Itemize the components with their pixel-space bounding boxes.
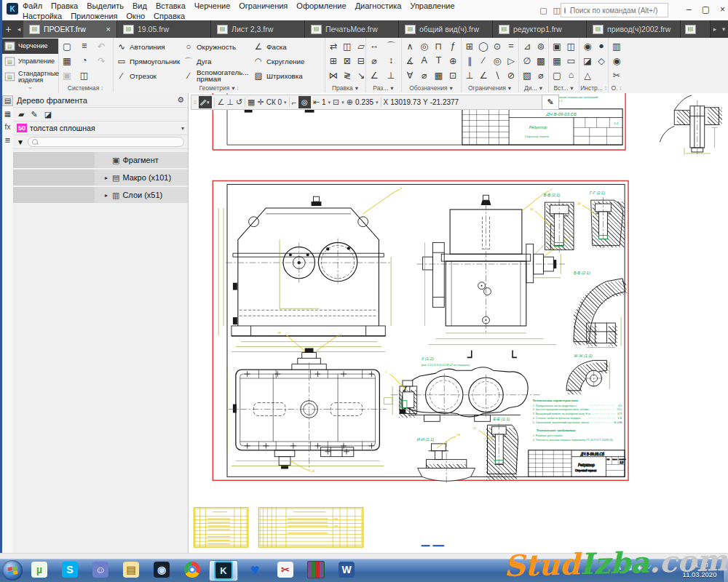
panel-switcher-icon[interactable]: ≣ xyxy=(3,135,12,145)
edit-tool-icon[interactable]: ◫ xyxy=(341,39,354,52)
menu-item[interactable]: Управление xyxy=(405,1,459,11)
o-tool-icon[interactable]: ▥ xyxy=(610,39,623,52)
tree-tool-icon[interactable]: ▰ xyxy=(18,110,24,119)
expand-arrow-icon[interactable]: ▸ xyxy=(105,192,112,199)
document-tab[interactable]: ПечатьМое.frw × xyxy=(305,20,399,38)
geometry-tool[interactable]: ▨ Штриховка xyxy=(253,68,325,83)
dimension-tool-icon[interactable]: ↔ xyxy=(368,39,381,52)
detail-ii[interactable] xyxy=(418,436,475,484)
diagnostic-tool-icon[interactable]: ⌀ xyxy=(534,68,547,81)
taskbar-app-button[interactable]: ✂ xyxy=(272,560,299,580)
geometry-tool[interactable]: ∿ Автолиния xyxy=(116,39,183,54)
tree-item[interactable]: ▣ Фрагмент xyxy=(13,152,188,168)
constraint-tool-icon[interactable]: ⊞ xyxy=(463,39,476,52)
tree-tool-icon[interactable]: ◪ xyxy=(44,110,52,119)
notation-tool-icon[interactable]: ∡ xyxy=(403,54,416,67)
system-tool-icon[interactable]: ◔ xyxy=(78,54,91,67)
diagnostic-tool-icon[interactable]: ▧ xyxy=(521,68,534,81)
taskbar-app-button[interactable]: ▤ xyxy=(302,560,330,580)
notation-tool-icon[interactable]: ⊕ xyxy=(446,54,459,67)
rotate-icon[interactable]: ↺ xyxy=(236,97,242,107)
tree-item[interactable]: ▸ ▥ Слои (x51) xyxy=(13,187,188,203)
system-tool-icon[interactable]: ▣ xyxy=(60,68,74,81)
edit-tool-icon[interactable]: ⇄ xyxy=(327,39,340,52)
taskbar-app-button[interactable]: ♥ xyxy=(241,560,269,580)
gear-icon[interactable]: ⚙ xyxy=(177,95,184,105)
menu-item[interactable]: Файл xyxy=(18,1,47,11)
snap-angle-icon[interactable]: ∠ xyxy=(217,97,224,107)
minimize-button[interactable]: – xyxy=(687,4,692,15)
constraint-tool-icon[interactable]: ∕ xyxy=(477,54,490,67)
diagnostic-tool-icon[interactable]: ⊚ xyxy=(534,39,547,52)
line-style-selector[interactable]: 50 толстая сплошная ▾ xyxy=(13,121,188,135)
geometry-tool[interactable]: ▭ Прямоугольник xyxy=(116,54,183,68)
system-tool-icon[interactable]: ↷ xyxy=(95,54,108,67)
style-picker-button[interactable]: ✎ xyxy=(542,95,559,110)
taskbar-app-button[interactable]: ☺ xyxy=(87,560,114,580)
document-tab[interactable]: ПРОЕКТ.frw × xyxy=(23,20,117,38)
menu-item[interactable]: Приложения xyxy=(66,11,122,21)
restore-button[interactable]: ▢ xyxy=(702,4,710,15)
o-tool-icon[interactable]: ◉ xyxy=(610,54,623,67)
constraint-tool-icon[interactable]: ▷ xyxy=(505,54,518,67)
expand-arrow-icon[interactable]: ▸ xyxy=(105,175,112,181)
mode-collapse-chevron[interactable]: ⌄ xyxy=(2,83,58,90)
dimension-tool-icon[interactable]: ⊥ xyxy=(384,68,397,81)
geometry-tool[interactable]: ⌒ Дуга xyxy=(183,54,253,68)
insert-tool-icon[interactable]: ▣ xyxy=(550,39,563,52)
constraint-tool-icon[interactable]: ∥ xyxy=(463,54,476,67)
system-tool-icon[interactable]: ▢ xyxy=(60,39,74,52)
menu-item[interactable]: Диагностика xyxy=(351,1,406,11)
constraint-tool-icon[interactable]: ∖ xyxy=(491,68,504,81)
geometry-tool[interactable]: ⁄ Вспомогатель... прямая xyxy=(183,68,253,83)
constraint-tool-icon[interactable]: ∠ xyxy=(477,68,490,81)
dimension-tool-icon[interactable]: ⌀ xyxy=(368,54,381,67)
diagnostic-tool-icon[interactable]: ⊿ xyxy=(521,39,534,52)
section-gg[interactable] xyxy=(582,197,623,248)
insert-tool-icon[interactable]: ▢ xyxy=(550,68,563,81)
edit-tool-icon[interactable]: ⊞ xyxy=(327,54,340,67)
view-side[interactable] xyxy=(417,191,568,344)
detail-zh[interactable] xyxy=(566,360,609,390)
main-title-block[interactable]: ДЧ В-09.03.СБ Редуктор Сборочный чертеж … xyxy=(529,450,626,477)
ortho-icon[interactable]: ⌐ xyxy=(292,98,296,107)
section-ee[interactable] xyxy=(479,423,518,477)
drag-handle[interactable]: ⁞⁞ xyxy=(194,100,197,105)
document-tab[interactable]: привод(ч)2002.frw × xyxy=(587,20,681,38)
document-tab[interactable]: общий вид(ч).frw × xyxy=(399,20,493,38)
ribbon-mode[interactable]: Черчение xyxy=(2,39,58,54)
geometry-tool[interactable]: ∕ Отрезок xyxy=(116,68,183,83)
menu-item[interactable]: Вставка xyxy=(151,1,190,11)
line-style-button[interactable]: ∥▾ xyxy=(199,96,213,108)
insert-tool-icon[interactable]: ◫ xyxy=(565,39,578,52)
taskbar-app-button[interactable]: ▤ xyxy=(117,560,145,580)
tools-tool-icon[interactable]: △ xyxy=(581,68,594,81)
system-tool-icon[interactable]: ≡ xyxy=(78,39,91,52)
menu-item[interactable]: Справка xyxy=(149,11,189,21)
constraint-tool-icon[interactable]: ⊘ xyxy=(505,68,518,81)
panel-switcher-icon[interactable]: ▤ xyxy=(3,96,12,105)
menu-item[interactable]: Окно xyxy=(122,11,150,21)
menu-item[interactable]: Черчение xyxy=(190,1,235,11)
tree-item[interactable]: ▸ ▤ Макро (x101) xyxy=(13,170,188,186)
notation-tool-icon[interactable]: A xyxy=(418,54,431,67)
notation-tool-icon[interactable]: T xyxy=(432,54,446,67)
notation-tool-icon[interactable]: ◎ xyxy=(418,39,431,52)
menu-item[interactable]: Ограничения xyxy=(234,1,292,11)
menu-item[interactable]: Выделить xyxy=(82,1,128,11)
edit-tool-icon[interactable]: ⊠ xyxy=(341,54,354,67)
edit-tool-icon[interactable]: ⋈ xyxy=(327,68,340,81)
layout-split-icon[interactable]: ◫ xyxy=(553,6,561,15)
kompas-app-icon[interactable]: K xyxy=(7,3,18,15)
constraint-tool-icon[interactable]: ◎ xyxy=(491,54,504,67)
tab-stub[interactable] xyxy=(681,20,711,38)
tools-tool-icon[interactable]: ◇ xyxy=(595,54,608,67)
system-tool-icon[interactable]: ◫ xyxy=(78,68,91,81)
snap-perp-icon[interactable]: ⊥ xyxy=(226,97,234,107)
o-tool-icon[interactable]: ✂ xyxy=(610,68,623,81)
taskbar-app-button[interactable]: W xyxy=(333,560,360,580)
coordinate-system-select[interactable]: СК 0 xyxy=(266,98,282,106)
layout-icon[interactable]: ▢ xyxy=(539,6,547,15)
panel-switcher-icon[interactable]: fx xyxy=(3,122,12,132)
scale-select[interactable]: 1 xyxy=(322,98,326,106)
